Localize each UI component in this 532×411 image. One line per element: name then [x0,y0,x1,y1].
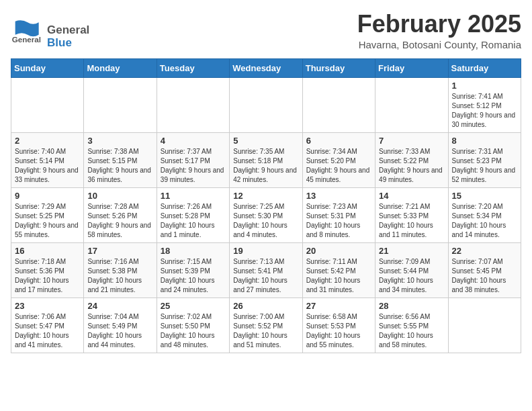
calendar-cell: 12Sunrise: 7:25 AMSunset: 5:30 PMDayligh… [230,187,302,242]
day-info: Sunrise: 7:00 AMSunset: 5:52 PMDaylight:… [233,312,298,350]
day-info: Sunrise: 7:23 AMSunset: 5:31 PMDaylight:… [306,202,371,240]
logo-blue: Blue [47,37,89,50]
weekday-header-monday: Monday [84,58,157,77]
day-number: 22 [452,246,517,256]
week-row-4: 16Sunrise: 7:18 AMSunset: 5:36 PMDayligh… [11,242,521,298]
calendar-header: SundayMondayTuesdayWednesdayThursdayFrid… [11,58,521,77]
day-number: 24 [87,301,152,311]
week-row-5: 23Sunrise: 7:06 AMSunset: 5:47 PMDayligh… [11,298,521,353]
day-number: 18 [161,246,226,256]
day-info: Sunrise: 7:11 AMSunset: 5:42 PMDaylight:… [306,257,371,295]
calendar-cell: 25Sunrise: 7:02 AMSunset: 5:50 PMDayligh… [157,298,229,353]
calendar-cell [375,77,448,132]
day-info: Sunrise: 6:56 AMSunset: 5:55 PMDaylight:… [379,312,444,350]
weekday-header-friday: Friday [375,58,448,77]
day-info: Sunrise: 7:21 AMSunset: 5:33 PMDaylight:… [379,202,444,240]
day-info: Sunrise: 7:16 AMSunset: 5:38 PMDaylight:… [87,257,152,295]
calendar-cell [11,77,84,132]
day-info: Sunrise: 7:26 AMSunset: 5:28 PMDaylight:… [161,202,226,240]
calendar-cell: 1Sunrise: 7:41 AMSunset: 5:12 PMDaylight… [448,77,521,132]
day-number: 12 [233,191,298,201]
day-number: 17 [87,246,152,256]
day-info: Sunrise: 7:25 AMSunset: 5:30 PMDaylight:… [233,202,298,240]
day-info: Sunrise: 7:07 AMSunset: 5:45 PMDaylight:… [452,257,517,295]
day-number: 8 [452,136,517,146]
week-row-3: 9Sunrise: 7:29 AMSunset: 5:25 PMDaylight… [11,187,521,242]
calendar-cell: 18Sunrise: 7:15 AMSunset: 5:39 PMDayligh… [157,242,229,298]
day-number: 1 [452,81,517,91]
calendar-cell: 16Sunrise: 7:18 AMSunset: 5:36 PMDayligh… [11,242,84,298]
day-number: 25 [161,301,226,311]
title-section: February 2025 Havarna, Botosani County, … [357,11,521,50]
calendar-cell: 14Sunrise: 7:21 AMSunset: 5:33 PMDayligh… [375,187,448,242]
day-number: 14 [379,191,444,201]
calendar-cell [302,77,375,132]
day-info: Sunrise: 7:15 AMSunset: 5:39 PMDaylight:… [161,257,226,295]
day-number: 2 [15,136,80,146]
day-number: 6 [306,136,371,146]
calendar-cell: 20Sunrise: 7:11 AMSunset: 5:42 PMDayligh… [302,242,375,298]
week-row-1: 1Sunrise: 7:41 AMSunset: 5:12 PMDaylight… [11,77,521,132]
page-header: General Blue General Blue February 2025 … [11,11,521,50]
calendar-cell: 15Sunrise: 7:20 AMSunset: 5:34 PMDayligh… [448,187,521,242]
location: Havarna, Botosani County, Romania [357,39,521,50]
day-info: Sunrise: 7:06 AMSunset: 5:47 PMDaylight:… [15,312,80,350]
calendar-cell: 6Sunrise: 7:34 AMSunset: 5:20 PMDaylight… [302,132,375,187]
calendar-cell: 28Sunrise: 6:56 AMSunset: 5:55 PMDayligh… [375,298,448,353]
day-info: Sunrise: 7:04 AMSunset: 5:49 PMDaylight:… [87,312,152,350]
svg-text:General: General [12,35,41,44]
calendar-cell: 11Sunrise: 7:26 AMSunset: 5:28 PMDayligh… [157,187,229,242]
calendar-cell: 22Sunrise: 7:07 AMSunset: 5:45 PMDayligh… [448,242,521,298]
calendar-body: 1Sunrise: 7:41 AMSunset: 5:12 PMDaylight… [11,77,521,353]
weekday-row: SundayMondayTuesdayWednesdayThursdayFrid… [11,58,521,77]
logo-icon: General Blue [11,17,44,44]
day-number: 19 [233,246,298,256]
month-title: February 2025 [357,11,521,38]
calendar-cell: 3Sunrise: 7:38 AMSunset: 5:15 PMDaylight… [84,132,157,187]
day-number: 4 [161,136,226,146]
day-number: 23 [15,301,80,311]
calendar-cell [448,298,521,353]
weekday-header-thursday: Thursday [302,58,375,77]
day-info: Sunrise: 7:29 AMSunset: 5:25 PMDaylight:… [15,202,80,240]
day-number: 27 [306,301,371,311]
calendar-cell: 24Sunrise: 7:04 AMSunset: 5:49 PMDayligh… [84,298,157,353]
calendar-cell: 9Sunrise: 7:29 AMSunset: 5:25 PMDaylight… [11,187,84,242]
day-info: Sunrise: 7:18 AMSunset: 5:36 PMDaylight:… [15,257,80,295]
day-number: 21 [379,246,444,256]
day-info: Sunrise: 7:13 AMSunset: 5:41 PMDaylight:… [233,257,298,295]
calendar-cell: 27Sunrise: 6:58 AMSunset: 5:53 PMDayligh… [302,298,375,353]
weekday-header-wednesday: Wednesday [230,58,302,77]
day-number: 7 [379,136,444,146]
weekday-header-saturday: Saturday [448,58,521,77]
calendar-cell: 5Sunrise: 7:35 AMSunset: 5:18 PMDaylight… [230,132,302,187]
calendar-cell: 17Sunrise: 7:16 AMSunset: 5:38 PMDayligh… [84,242,157,298]
day-number: 16 [15,246,80,256]
logo: General Blue General Blue [11,11,89,49]
calendar-cell: 2Sunrise: 7:40 AMSunset: 5:14 PMDaylight… [11,132,84,187]
day-info: Sunrise: 7:37 AMSunset: 5:17 PMDaylight:… [161,147,226,185]
day-number: 9 [15,191,80,201]
day-number: 26 [233,301,298,311]
day-info: Sunrise: 7:02 AMSunset: 5:50 PMDaylight:… [161,312,226,350]
day-info: Sunrise: 7:33 AMSunset: 5:22 PMDaylight:… [379,147,444,185]
day-info: Sunrise: 6:58 AMSunset: 5:53 PMDaylight:… [306,312,371,350]
day-info: Sunrise: 7:35 AMSunset: 5:18 PMDaylight:… [233,147,298,185]
day-number: 5 [233,136,298,146]
day-info: Sunrise: 7:09 AMSunset: 5:44 PMDaylight:… [379,257,444,295]
day-info: Sunrise: 7:20 AMSunset: 5:34 PMDaylight:… [452,202,517,240]
calendar-cell: 21Sunrise: 7:09 AMSunset: 5:44 PMDayligh… [375,242,448,298]
day-number: 13 [306,191,371,201]
day-info: Sunrise: 7:31 AMSunset: 5:23 PMDaylight:… [452,147,517,185]
calendar-cell [230,77,302,132]
calendar-cell: 23Sunrise: 7:06 AMSunset: 5:47 PMDayligh… [11,298,84,353]
day-number: 15 [452,191,517,201]
day-number: 28 [379,301,444,311]
day-info: Sunrise: 7:28 AMSunset: 5:26 PMDaylight:… [87,202,152,240]
calendar-cell: 26Sunrise: 7:00 AMSunset: 5:52 PMDayligh… [230,298,302,353]
day-info: Sunrise: 7:34 AMSunset: 5:20 PMDaylight:… [306,147,371,185]
day-number: 11 [161,191,226,201]
calendar-cell: 4Sunrise: 7:37 AMSunset: 5:17 PMDaylight… [157,132,229,187]
day-number: 3 [87,136,152,146]
calendar-cell: 8Sunrise: 7:31 AMSunset: 5:23 PMDaylight… [448,132,521,187]
